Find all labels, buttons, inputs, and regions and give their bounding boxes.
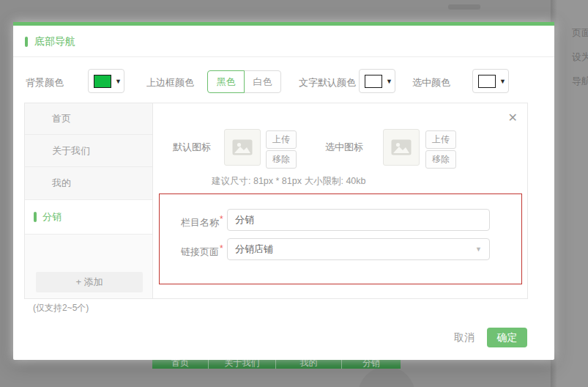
text-color-swatch [365,75,382,88]
background-settings-panel: 页面 设为 导航 [551,0,588,387]
close-icon[interactable]: ✕ [508,112,518,124]
sidebar-item-label: 分销 [42,210,62,224]
default-icon-upload-button[interactable]: 上传 [266,130,297,149]
title-accent-bar [25,37,28,47]
link-page-select[interactable]: 分销店铺 ▼ [227,238,490,260]
image-placeholder-icon [391,139,412,155]
column-name-label-text: 栏目名称 [181,217,219,228]
required-asterisk: * [220,214,223,224]
cancel-button[interactable]: 取消 [448,331,480,346]
sidebar-item-home[interactable]: 首页 [25,103,152,135]
selected-icon-placeholder[interactable] [383,129,420,166]
sidebar-item-mine[interactable]: 我的 [25,167,152,200]
active-color-swatch [478,75,496,88]
border-color-black-button[interactable]: 黑色 [207,70,245,93]
border-color-segmented-control: 黑色 白色 [207,70,281,93]
modal-header: 底部导航 [13,26,554,57]
active-tab-accent-bar [34,212,37,222]
form-highlight-box: 栏目名称* 链接页面* 分销店铺 ▼ [159,194,522,284]
background-header-dash [448,4,480,10]
icon-size-hint: 建议尺寸: 81px * 81px 大小限制: 40kb [212,175,366,188]
text-color-label: 文字默认颜色 [299,76,356,89]
column-name-label: 栏目名称* [181,214,223,229]
selected-icon-upload-button[interactable]: 上传 [425,130,456,149]
nav-item-editor-content: ✕ 默认图标 上传 移除 选中图标 上传 移除 建 [154,103,528,298]
link-page-label-text: 链接页面 [181,246,219,257]
default-icon-placeholder[interactable] [224,129,261,166]
bottom-nav-settings-dialog: 底部导航 背景颜色 ▼ 上边框颜色 黑色 白色 文字默认颜色 ▼ 选中颜色 ▼ … [13,22,554,360]
required-asterisk: * [220,243,223,254]
border-color-label: 上边框颜色 [146,76,194,89]
nav-items-editor-panel: 首页 关于我们 我的 分销 + 添加 ✕ 默认图标 上传 移除 选中图标 [24,103,528,299]
default-icon-label: 默认图标 [173,141,211,154]
default-icon-remove-button[interactable]: 移除 [266,150,297,169]
image-placeholder-icon [232,139,253,155]
border-color-white-button[interactable]: 白色 [244,70,281,93]
active-color-picker[interactable]: ▼ [472,69,509,93]
selected-icon-label: 选中图标 [325,141,363,154]
add-nav-item-button[interactable]: + 添加 [36,272,143,292]
caret-down-icon: ▼ [475,246,482,253]
bg-color-label: 背景颜色 [26,76,64,89]
dialog-title: 底部导航 [34,35,75,48]
active-color-label: 选中颜色 [412,76,450,89]
caret-down-icon: ▼ [115,78,122,85]
tabs-count-note: (仅支持2~5个) [33,302,89,314]
link-page-label: 链接页面* [181,243,223,259]
link-page-selected-value: 分销店铺 [235,243,273,256]
column-name-input[interactable] [227,209,490,231]
confirm-button[interactable]: 确定 [487,328,527,347]
background-circle-decoration [358,366,415,387]
sidebar-item-distribution[interactable]: 分销 [25,200,152,235]
bg-color-swatch [94,75,111,88]
sidebar-item-about[interactable]: 关于我们 [25,135,152,167]
background-panel-item-nav: 导航 [572,75,588,88]
caret-down-icon: ▼ [386,78,392,85]
bg-color-picker[interactable]: ▼ [88,69,124,93]
background-panel-item-set: 设为 [572,51,588,64]
caret-down-icon: ▼ [499,78,506,85]
text-color-picker[interactable]: ▼ [359,69,395,93]
selected-icon-remove-button[interactable]: 移除 [425,150,456,169]
background-panel-item-page: 页面 [572,26,588,40]
nav-items-sidebar: 首页 关于我们 我的 分销 + 添加 [25,103,153,298]
